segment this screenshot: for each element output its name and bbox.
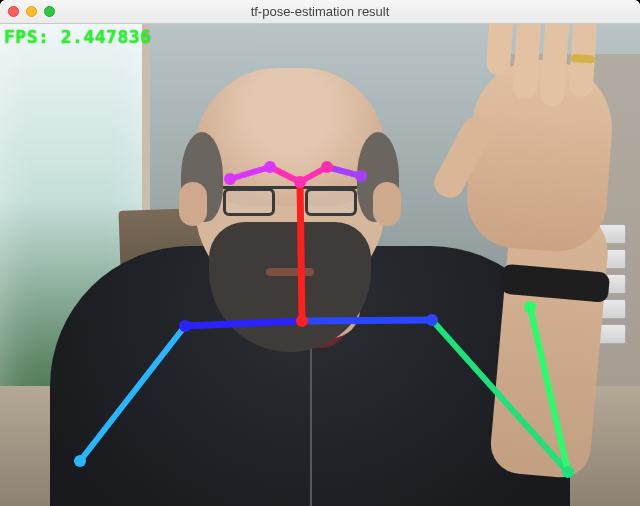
person-head	[195, 72, 385, 302]
person-hand	[464, 55, 617, 254]
fps-counter: FPS: 2.447836	[4, 26, 151, 47]
fps-value: 2.447836	[61, 26, 152, 47]
app-window: tf-pose-estimation result	[0, 0, 640, 506]
zoom-icon[interactable]	[44, 6, 55, 17]
ring-icon	[571, 54, 595, 64]
watch-icon	[500, 264, 610, 303]
minimize-icon[interactable]	[26, 6, 37, 17]
window-title: tf-pose-estimation result	[0, 4, 640, 19]
close-icon[interactable]	[8, 6, 19, 17]
video-viewport: FPS: 2.447836	[0, 24, 640, 506]
titlebar[interactable]: tf-pose-estimation result	[0, 0, 640, 24]
traffic-lights	[8, 6, 55, 17]
camera-frame	[0, 24, 640, 506]
fps-label: FPS:	[4, 26, 49, 47]
eyeglasses-icon	[223, 186, 357, 216]
